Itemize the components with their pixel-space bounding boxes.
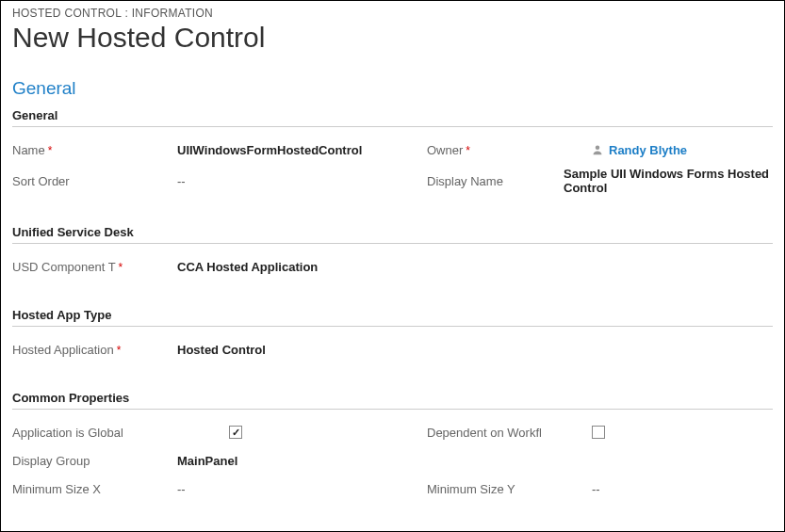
label-hosted-application: Hosted Application*	[12, 343, 177, 357]
label-usd-component: USD Component T*	[12, 260, 177, 274]
section-hosted-app: Hosted App Type Hosted Application* Host…	[12, 308, 773, 361]
label-sort-order: Sort Order	[12, 174, 177, 188]
label-min-size-x: Minimum Size X	[12, 482, 177, 496]
svg-point-0	[596, 146, 600, 151]
required-icon: *	[48, 145, 53, 156]
value-min-size-y[interactable]: --	[592, 482, 600, 496]
section-general: General Name* UIIWindowsFormHostedContro…	[12, 108, 773, 195]
label-name: Name*	[12, 143, 177, 157]
label-dependent-workflow: Dependent on Workfl	[427, 426, 592, 440]
label-owner: Owner*	[427, 143, 592, 157]
section-header-common: Common Properties	[12, 391, 773, 410]
section-common: Common Properties Application is Global …	[12, 391, 773, 500]
checkbox-dependent-workflow[interactable]	[592, 426, 605, 439]
section-usd: Unified Service Desk USD Component T* CC…	[12, 225, 773, 278]
required-icon: *	[466, 145, 470, 156]
value-min-size-x[interactable]: --	[177, 482, 186, 496]
value-display-name[interactable]: Sample UII Windows Forms Hosted Control	[564, 167, 773, 195]
value-name[interactable]: UIIWindowsFormHostedControl	[177, 143, 362, 157]
breadcrumb: HOSTED CONTROL : INFORMATION	[12, 7, 773, 20]
label-display-name: Display Name	[427, 174, 564, 188]
value-usd-component[interactable]: CCA Hosted Application	[177, 260, 318, 274]
section-header-usd: Unified Service Desk	[12, 225, 773, 244]
value-owner[interactable]: Randy Blythe	[592, 143, 687, 157]
tab-general[interactable]: General	[12, 78, 773, 99]
required-icon: *	[117, 345, 122, 356]
value-sort-order[interactable]: --	[177, 174, 186, 188]
person-icon	[592, 144, 603, 155]
required-icon: *	[119, 262, 123, 273]
label-app-global: Application is Global	[12, 426, 177, 440]
label-display-group: Display Group	[12, 454, 177, 468]
owner-link[interactable]: Randy Blythe	[609, 143, 687, 157]
value-hosted-application[interactable]: Hosted Control	[177, 343, 266, 357]
section-header-general: General	[12, 108, 773, 127]
value-display-group[interactable]: MainPanel	[177, 454, 237, 468]
page-title: New Hosted Control	[12, 22, 773, 54]
section-header-hosted-app: Hosted App Type	[12, 308, 773, 327]
label-min-size-y: Minimum Size Y	[427, 482, 592, 496]
checkbox-app-global[interactable]	[229, 426, 242, 439]
